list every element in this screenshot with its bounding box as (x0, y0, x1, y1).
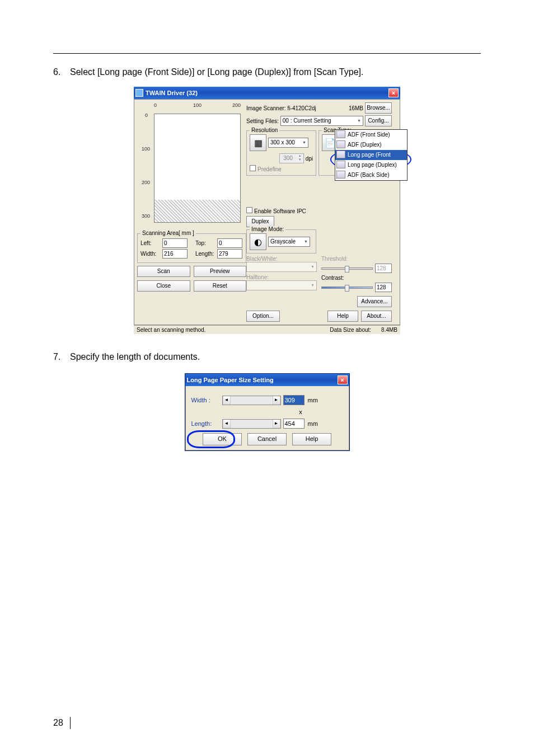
threshold-value: 128 (375, 264, 392, 273)
scanning-area-group: Scanning Area[ mm ] Left: 0 Top: 0 Width… (137, 233, 246, 263)
browse-button[interactable]: Browse... (365, 102, 392, 114)
step6-text: Select [Long page (Front Side)] or [Long… (70, 67, 363, 77)
arrow-left-icon[interactable]: ◄ (223, 396, 231, 405)
step6-number: 6. (53, 67, 70, 77)
dialog-title: Long Page Paper Size Setting (187, 377, 274, 383)
status-message: Select an scanning method. (137, 327, 205, 333)
width-value[interactable]: 309 (283, 395, 305, 405)
setting-files-dropdown[interactable]: 00 : Current Setting (280, 116, 363, 126)
resolution-group: Resolution ▦ 300 x 300 300▲▼ dpi Predefi… (246, 130, 316, 176)
scan-mode-icon (336, 140, 345, 148)
arrow-right-icon[interactable]: ► (273, 420, 280, 428)
advance-button[interactable]: Advance... (357, 296, 392, 307)
close-icon[interactable]: × (338, 375, 348, 384)
left-input[interactable]: 0 (162, 238, 188, 248)
cancel-button[interactable]: Cancel (247, 433, 287, 445)
arrow-right-icon[interactable]: ► (273, 396, 280, 405)
contrast-slider[interactable] (321, 287, 373, 289)
page-divider (70, 717, 71, 729)
predefine-checkbox[interactable] (250, 165, 256, 171)
preview-button[interactable]: Preview (194, 266, 247, 277)
dd-item-adf-back[interactable]: ADF (Back Side) (335, 170, 407, 180)
length-input[interactable]: 279 (217, 249, 242, 259)
scan-mode-icon (336, 161, 345, 168)
preview-ruler-area: 0 100 200 0 100 200 300 (137, 102, 246, 231)
about-button[interactable]: About... (361, 311, 392, 322)
close-icon[interactable]: × (388, 88, 399, 97)
scan-mode-icon (336, 130, 345, 138)
top-input[interactable]: 0 (217, 238, 242, 248)
scantype-dropdown-list: ADF (Front Side) ADF (Duplex) Long page … (335, 129, 407, 181)
dd-item-adf-duplex[interactable]: ADF (Duplex) (335, 140, 407, 150)
twain-driver-window: TWAIN Driver (32) × 0 100 200 0 100 200 … (133, 86, 401, 335)
config-button[interactable]: Config... (365, 115, 392, 126)
titlebar2: Long Page Paper Size Setting × (185, 374, 349, 386)
duplex-button[interactable]: Duplex (246, 216, 274, 227)
close-button[interactable]: Close (137, 280, 190, 292)
scan-button[interactable]: Scan (137, 266, 190, 277)
arrow-left-icon[interactable]: ◄ (223, 420, 231, 428)
length-value[interactable]: 454 (283, 419, 305, 429)
window-title: TWAIN Driver (32) (146, 90, 198, 96)
longpage-dialog: Long Page Paper Size Setting × Width : ◄… (185, 373, 350, 451)
page-number: 28 (53, 718, 63, 728)
bw-dropdown (246, 262, 317, 272)
width-scrollbar[interactable]: ◄ ► (222, 396, 281, 405)
imagemode-group: Image Mode: ◐ Grayscale (246, 229, 316, 253)
preview-box[interactable] (154, 114, 241, 223)
width-input[interactable]: 216 (162, 249, 188, 259)
imagemode-dropdown[interactable]: Grayscale (268, 237, 310, 247)
contrast-value[interactable]: 128 (375, 283, 392, 292)
datasize-value: 8.4MB (381, 327, 397, 333)
enable-ipc-checkbox[interactable] (246, 207, 252, 213)
titlebar: TWAIN Driver (32) × (134, 87, 400, 99)
reset-button[interactable]: Reset (194, 280, 247, 292)
scan-mode-icon (336, 171, 345, 179)
dd-item-longpage-duplex[interactable]: Long page (Duplex) (335, 160, 407, 170)
resolution-preset-dropdown[interactable]: 300 x 300 (268, 138, 308, 148)
ok-button[interactable]: OK (203, 433, 242, 445)
resolution-icon: ▦ (250, 134, 266, 151)
imagemode-icon: ◐ (250, 233, 266, 250)
threshold-slider (321, 267, 373, 270)
dpi-spinner[interactable]: 300▲▼ (279, 153, 304, 163)
length-scrollbar[interactable]: ◄ ► (222, 419, 281, 429)
dd-item-longpage-front[interactable]: Long page (Front Side) (335, 150, 407, 160)
step7-number: 7. (53, 352, 70, 362)
app-icon (135, 89, 143, 97)
dd-item-adf-front[interactable]: ADF (Front Side) (335, 130, 407, 140)
help-button[interactable]: Help (327, 311, 358, 322)
step7-text: Specify the length of documents. (70, 352, 200, 362)
halftone-dropdown (246, 280, 317, 290)
help-button[interactable]: Help (292, 433, 331, 445)
datasize-label: Data Size about: (330, 327, 371, 333)
scan-mode-icon (336, 151, 345, 158)
option-button[interactable]: Option... (246, 311, 280, 322)
